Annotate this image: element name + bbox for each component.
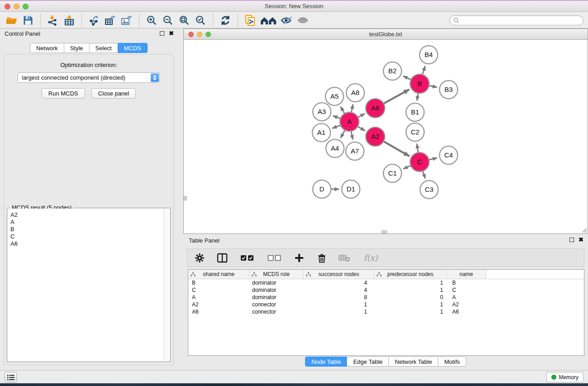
- import-table-button[interactable]: [61, 14, 77, 27]
- mcds-result-item[interactable]: A: [8, 219, 170, 226]
- tab-node-table[interactable]: Node Table: [305, 357, 348, 367]
- tab-motifs[interactable]: Motifs: [438, 357, 466, 367]
- graph-node-C1[interactable]: C1: [383, 164, 402, 182]
- network-vscrollbar-thumb[interactable]: [184, 196, 187, 200]
- mcds-result-scrollbar[interactable]: [164, 209, 170, 361]
- table-row[interactable]: Adominator80A: [188, 294, 584, 301]
- graph-edge-A-A6[interactable]: [358, 114, 365, 117]
- mcds-result-item[interactable]: B: [8, 226, 170, 233]
- minimize-window-button[interactable]: [14, 4, 19, 10]
- mcds-result-item[interactable]: A6: [8, 240, 170, 248]
- delete-table-button[interactable]: [339, 252, 350, 264]
- column-header-name[interactable]: name: [447, 270, 486, 279]
- graph-edge-B-B4[interactable]: [422, 66, 425, 75]
- zoom-window-button[interactable]: [23, 4, 29, 10]
- criterion-select[interactable]: largest connected component (directed): [18, 72, 160, 83]
- tab-select[interactable]: Select: [89, 43, 118, 53]
- apply-layout-button[interactable]: [217, 14, 234, 27]
- graph-edge-C-C2[interactable]: [417, 144, 418, 153]
- graph-node-B[interactable]: B: [410, 74, 429, 93]
- resize-grip-icon[interactable]: [581, 227, 587, 233]
- table-row[interactable]: A2connector11A2: [188, 301, 584, 308]
- open-session-button[interactable]: [4, 14, 20, 27]
- graph-edge-C-C3[interactable]: [423, 171, 425, 179]
- graph-node-A3[interactable]: A3: [313, 103, 331, 121]
- table-settings-button[interactable]: [194, 252, 206, 264]
- graph-node-A1[interactable]: A1: [312, 124, 330, 142]
- graph-node-A6[interactable]: A6: [366, 99, 385, 118]
- table-row[interactable]: Cdominator41C: [188, 286, 584, 294]
- graph-edge-A2-C[interactable]: [383, 141, 409, 156]
- graph-node-A4[interactable]: A4: [326, 139, 344, 157]
- graph-edge-A-A4[interactable]: [340, 130, 345, 138]
- graph-edge-C-C4[interactable]: [429, 158, 437, 160]
- run-mcds-button[interactable]: Run MCDS: [42, 88, 85, 99]
- graph-edge-B-B1[interactable]: [417, 93, 418, 101]
- split-columns-button[interactable]: [216, 252, 228, 264]
- graph-node-D1[interactable]: D1: [342, 180, 360, 198]
- show-panels-button[interactable]: [5, 372, 17, 382]
- graph-node-B3[interactable]: B3: [440, 81, 458, 99]
- delete-columns-button[interactable]: [316, 252, 328, 264]
- network-hscrollbar-thumb[interactable]: [382, 230, 387, 234]
- graph-node-B4[interactable]: B4: [420, 46, 438, 64]
- column-header-shared-name[interactable]: shared name: [188, 270, 249, 279]
- table-row[interactable]: Bdominator41B: [188, 279, 584, 286]
- close-window-button[interactable]: [5, 4, 10, 10]
- app-titlebar[interactable]: Session: New Session: [0, 1, 588, 12]
- network-minimize-button[interactable]: [197, 32, 202, 37]
- graph-node-A5[interactable]: A5: [325, 87, 344, 105]
- table-row[interactable]: A6connector11A6: [188, 308, 584, 315]
- graph-edge-A-A8[interactable]: [351, 104, 353, 112]
- hide-selected-button[interactable]: [278, 14, 295, 27]
- column-header-successor-nodes[interactable]: successor nodes: [304, 270, 374, 279]
- graph-edge-A-A5[interactable]: [340, 106, 344, 114]
- graph-edge-A-A3[interactable]: [333, 116, 340, 119]
- zoom-fit-button[interactable]: [176, 14, 192, 27]
- tab-network-table[interactable]: Network Table: [388, 357, 438, 367]
- graph-node-A2[interactable]: A2: [366, 127, 385, 146]
- graph-node-C3[interactable]: C3: [420, 181, 438, 199]
- tab-mcds[interactable]: MCDS: [118, 43, 148, 53]
- network-close-button[interactable]: [188, 32, 194, 37]
- close-panel-button[interactable]: Close panel: [91, 88, 136, 99]
- first-neighbors-button[interactable]: [258, 14, 278, 27]
- float-panel-icon[interactable]: [160, 31, 164, 36]
- graph-edge-B-B2[interactable]: [403, 76, 411, 80]
- search-input[interactable]: [459, 16, 583, 24]
- export-image-button[interactable]: [119, 14, 135, 27]
- zoom-selected-button[interactable]: [192, 14, 209, 27]
- close-panel-icon[interactable]: ✖: [169, 31, 174, 36]
- graph-edge-B-B3[interactable]: [429, 86, 437, 87]
- graph-node-A[interactable]: A: [340, 112, 359, 131]
- zoom-out-button[interactable]: [160, 14, 176, 27]
- select-all-columns-button[interactable]: [239, 252, 255, 264]
- export-network-button[interactable]: [86, 14, 102, 27]
- network-canvas[interactable]: A1A3A4A5A7A8B1B2B3B4C1C2C3C4DD1AA2A6BC: [184, 40, 588, 234]
- graph-edge-A-A2[interactable]: [358, 127, 365, 131]
- import-network-button[interactable]: [45, 14, 61, 27]
- graph-edge-C-C1[interactable]: [403, 166, 411, 169]
- graph-edge-A6-B[interactable]: [383, 90, 409, 104]
- zoom-in-button[interactable]: [143, 14, 160, 27]
- graph-node-A8[interactable]: A8: [346, 84, 364, 102]
- graph-edge-A-A1[interactable]: [332, 125, 340, 129]
- graph-node-C2[interactable]: C2: [406, 123, 424, 141]
- network-zoom-button[interactable]: [206, 32, 211, 37]
- mcds-result-item[interactable]: C: [8, 233, 170, 240]
- close-table-panel-icon[interactable]: ✖: [578, 238, 583, 242]
- save-session-button[interactable]: [20, 14, 36, 27]
- network-window-titlebar[interactable]: testGlobe.txt: [184, 29, 588, 40]
- export-table-button[interactable]: [102, 14, 119, 27]
- graph-node-D[interactable]: D: [313, 180, 331, 198]
- tab-edge-table[interactable]: Edge Table: [347, 357, 389, 367]
- create-column-button[interactable]: [293, 252, 305, 264]
- graph-node-C[interactable]: C: [410, 152, 429, 172]
- mcds-result-item[interactable]: A2: [8, 211, 170, 219]
- float-table-panel-icon[interactable]: [569, 238, 574, 242]
- graph-edge-A-A7[interactable]: [351, 131, 353, 140]
- graph-node-C4[interactable]: C4: [440, 146, 458, 164]
- memory-button[interactable]: Memory: [546, 372, 583, 382]
- graph-node-B1[interactable]: B1: [406, 103, 424, 121]
- tab-style[interactable]: Style: [64, 43, 90, 53]
